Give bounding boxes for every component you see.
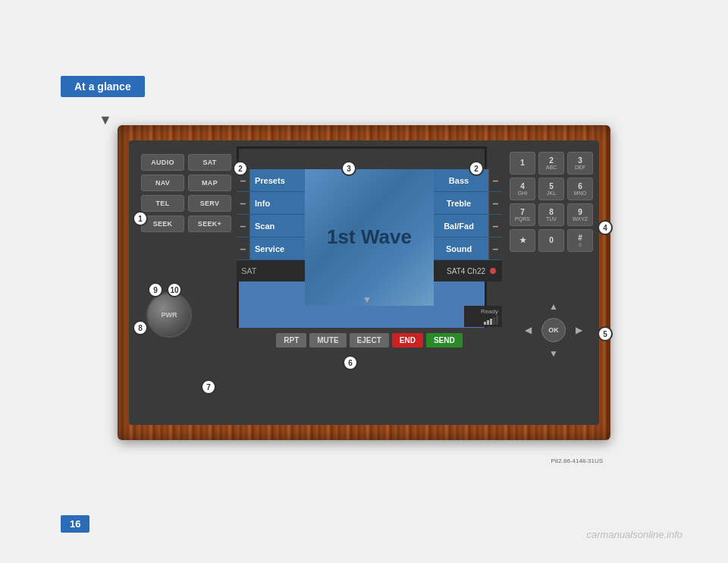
bass-label: Bass [434, 176, 488, 185]
nav-button[interactable]: NAV [141, 175, 184, 191]
key-1[interactable]: 1 [510, 152, 535, 175]
status-sat-area: SAT [237, 260, 305, 282]
keypad-row-3: 7PQRS 8TUV 9WXYZ [510, 203, 593, 226]
label-3: 3 [341, 161, 356, 176]
seek-plus-button[interactable]: SEEK+ [188, 215, 231, 232]
sound-dash: – [488, 237, 502, 259]
page-number: 16 [61, 515, 89, 533]
key-7[interactable]: 7PQRS [510, 203, 535, 226]
balfad-menu-item[interactable]: – Bal/Fad [434, 215, 502, 237]
key-9[interactable]: 9WXYZ [567, 203, 593, 226]
btn-row-tel-serv: TEL SERV [141, 195, 231, 212]
service-menu-item[interactable]: – Service [237, 237, 305, 260]
bar-5 [496, 316, 498, 325]
keypad-row-1: 1 2ABC 3DEF [510, 152, 593, 175]
bar-1 [484, 322, 486, 325]
signal-bars [484, 316, 498, 325]
sound-label: Sound [434, 244, 488, 253]
presets-label: Presets [250, 176, 285, 185]
label-5: 5 [598, 326, 613, 341]
scan-menu-item[interactable]: – Scan [237, 215, 305, 237]
pwr-label: PWR [162, 311, 177, 319]
label-9: 9 [148, 282, 163, 297]
label-2-left: 2 [233, 161, 248, 176]
ok-button[interactable]: OK [541, 318, 566, 342]
pwr-knob[interactable]: PWR [146, 292, 192, 338]
info-menu-item[interactable]: – Info [237, 192, 305, 215]
service-dash: – [237, 237, 250, 259]
rpt-button[interactable]: RPT [276, 333, 306, 348]
sat-mode-label: SAT [241, 266, 257, 275]
status-channel-text: SAT4 Ch22 [447, 267, 485, 275]
image-reference: P82.86-4148-31US [551, 458, 604, 464]
sound-menu-item[interactable]: – Sound [434, 237, 502, 260]
audio-button[interactable]: AUDIO [141, 154, 184, 171]
key-hash[interactable]: #◊ [567, 229, 593, 252]
key-star[interactable]: ★ [510, 229, 535, 252]
serv-button[interactable]: SERV [188, 195, 231, 212]
label-10: 10 [167, 282, 182, 297]
mute-button[interactable]: MUTE [309, 333, 346, 348]
nav-up-arrow[interactable]: ▲ [549, 301, 558, 312]
display-text: 1st Wave [327, 225, 412, 249]
service-label: Service [250, 244, 284, 253]
section-header: At a glance [61, 76, 145, 97]
menu-right-panel: – Bass – Treble – Bal/Fad – Sound SAT4 C… [434, 169, 502, 282]
bar-4 [493, 317, 495, 325]
nav-pad: ▲ ▼ ◀ ▶ OK [523, 300, 584, 360]
scan-label: Scan [250, 222, 275, 231]
btn-row-seek: SEEK SEEK+ [141, 215, 231, 232]
ready-text: Ready [481, 308, 498, 315]
presets-menu-item[interactable]: – Presets [237, 169, 305, 192]
page-background: At a glance ▼ 1 2 3 2 4 5 6 7 8 9 10 AUD… [0, 0, 728, 563]
key-4[interactable]: 4GHI [510, 178, 535, 200]
nav-left-arrow[interactable]: ◀ [525, 325, 532, 335]
map-button[interactable]: MAP [188, 175, 231, 191]
balfad-dash: – [488, 215, 502, 237]
key-3[interactable]: 3DEF [567, 152, 593, 175]
numeric-keypad: 1 2ABC 3DEF 4GHI 5JKL 6MNO 7PQRS 8TUV 9W… [510, 152, 593, 255]
screen-top-bar [239, 149, 485, 171]
bottom-button-bar: RPT MUTE EJECT END SEND [237, 328, 502, 352]
treble-menu-item[interactable]: – Treble [434, 192, 502, 215]
ok-label: OK [548, 326, 559, 334]
btn-row-audio-sat: AUDIO SAT [141, 154, 231, 171]
nav-down-arrow[interactable]: ▼ [549, 348, 558, 359]
bass-menu-item[interactable]: – Bass [434, 169, 502, 192]
key-8[interactable]: 8TUV [538, 203, 564, 226]
btn-row-nav-map: NAV MAP [141, 175, 231, 191]
bar-3 [490, 319, 492, 325]
sat-button[interactable]: SAT [188, 154, 231, 171]
status-right-area: SAT4 Ch22 [434, 260, 502, 282]
ready-area: Ready [464, 306, 502, 327]
main-display-area: 1st Wave [305, 169, 434, 306]
key-0[interactable]: 0 [538, 229, 564, 252]
treble-label: Treble [434, 199, 488, 208]
section-arrow: ▼ [99, 112, 112, 128]
tel-button[interactable]: TEL [141, 195, 184, 212]
nav-right-arrow[interactable]: ▶ [576, 325, 582, 335]
keypad-row-4: ★ 0 #◊ [510, 229, 593, 252]
balfad-label: Bal/Fad [434, 222, 488, 231]
key-6[interactable]: 6MNO [567, 178, 593, 200]
watermark: carmanualsonline.info [587, 529, 682, 540]
channel-down-arrow[interactable]: ▼ [362, 294, 372, 305]
info-dash: – [237, 192, 250, 214]
scan-dash: – [237, 215, 250, 237]
label-7: 7 [201, 379, 216, 395]
eject-button[interactable]: EJECT [350, 333, 389, 348]
info-label: Info [250, 199, 270, 208]
send-button[interactable]: SEND [426, 333, 463, 348]
header-title: At a glance [74, 80, 131, 93]
key-2[interactable]: 2ABC [538, 152, 564, 175]
label-1: 1 [133, 211, 148, 226]
bar-2 [487, 320, 489, 325]
menu-left-panel: – Presets – Info – Scan – Service SAT [237, 169, 305, 282]
end-button[interactable]: END [392, 333, 423, 348]
status-dot [490, 268, 496, 274]
label-2-right: 2 [469, 161, 484, 176]
label-6: 6 [343, 355, 358, 370]
key-5[interactable]: 5JKL [538, 178, 564, 200]
label-4: 4 [598, 220, 613, 235]
label-8: 8 [133, 320, 148, 335]
